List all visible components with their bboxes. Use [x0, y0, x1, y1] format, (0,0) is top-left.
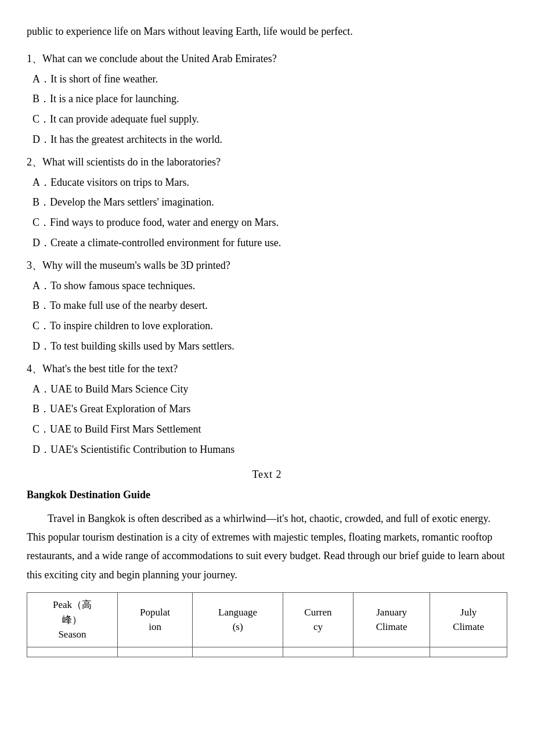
question-3: 3、Why will the museum's walls be 3D prin…: [27, 257, 507, 355]
bangkok-table: Peak（高峰）Season Population Language(s) Cu…: [27, 592, 507, 657]
q2-option-d: D．Create a climate-controlled environmen…: [27, 235, 507, 251]
q3-option-a: A．To show famous space techniques.: [27, 278, 507, 294]
text2-title: Bangkok Destination Guide: [27, 487, 507, 503]
cell-january-climate-val: [353, 647, 430, 657]
q3-option-c: C．To inspire children to love exploratio…: [27, 318, 507, 334]
col-population: Population: [117, 593, 192, 647]
cell-peak-season-val: [27, 647, 118, 657]
q1-stem: 1、What can we conclude about the United …: [27, 51, 507, 67]
col-language: Language(s): [193, 593, 283, 647]
q2-option-c: C．Find ways to produce food, water and e…: [27, 214, 507, 231]
q1-option-d: D．It has the greatest architects in the …: [27, 131, 507, 148]
question-1: 1、What can we conclude about the United …: [27, 51, 507, 148]
col-january-climate: JanuaryClimate: [353, 593, 430, 647]
q1-option-a: A．It is short of fine weather.: [27, 71, 507, 88]
question-2: 2、What will scientists do in the laborat…: [27, 154, 507, 251]
cell-language-val: [193, 647, 283, 657]
col-july-climate: JulyClimate: [430, 593, 507, 647]
cell-currency-val: [283, 647, 353, 657]
q2-stem: 2、What will scientists do in the laborat…: [27, 154, 507, 171]
text2-para1: Travel in Bangkok is often described as …: [27, 509, 507, 585]
question-4: 4、What's the best title for the text? A．…: [27, 361, 507, 458]
q2-option-a: A．Educate visitors on trips to Mars.: [27, 174, 507, 191]
cell-july-climate-val: [430, 647, 507, 657]
col-currency: Currency: [283, 593, 353, 647]
q4-option-b: B．UAE's Great Exploration of Mars: [27, 401, 507, 417]
q1-option-b: B．It is a nice place for launching.: [27, 91, 507, 107]
q4-stem: 4、What's the best title for the text?: [27, 361, 507, 377]
q3-option-b: B．To make full use of the nearby desert.: [27, 297, 507, 314]
intro-line: public to experience life on Mars withou…: [27, 23, 507, 40]
q3-stem: 3、Why will the museum's walls be 3D prin…: [27, 257, 507, 274]
q4-option-d: D．UAE's Scientistific Contribution to Hu…: [27, 441, 507, 458]
cell-population-val: [117, 647, 192, 657]
q3-option-d: D．To test building skills used by Mars s…: [27, 338, 507, 355]
q1-option-c: C．It can provide adequate fuel supply.: [27, 111, 507, 128]
q4-option-a: A．UAE to Build Mars Science City: [27, 381, 507, 398]
q2-option-b: B．Develop the Mars settlers' imagination…: [27, 194, 507, 211]
text2-divider: Text 2: [27, 469, 507, 481]
q4-option-c: C．UAE to Build First Mars Settlement: [27, 421, 507, 438]
col-peak-season: Peak（高峰）Season: [27, 593, 118, 647]
